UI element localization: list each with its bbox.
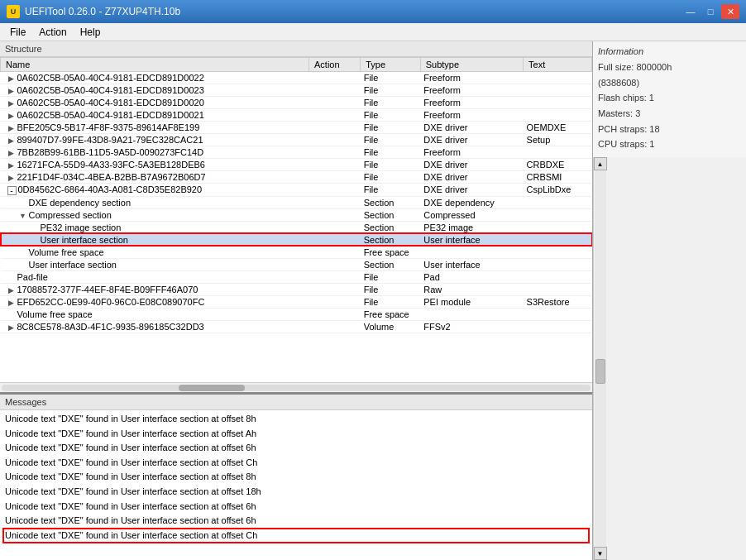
cell-type: Section — [361, 258, 421, 270]
scrollbar-thumb[interactable] — [595, 359, 605, 384]
tree-arrow-icon: ▶ — [7, 112, 16, 120]
scroll-down-button[interactable]: ▼ — [594, 547, 607, 560]
tree-arrow-icon: ▶ — [7, 323, 16, 332]
cell-action — [309, 196, 361, 208]
cell-text: S3Restore — [524, 295, 592, 308]
menu-action[interactable]: Action — [32, 25, 73, 40]
cell-name: User interface section — [1, 258, 309, 270]
cell-text: CspLibDxe — [524, 184, 592, 197]
table-row[interactable]: ▶899407D7-99FE-43D8-9A21-79EC328CAC21Fil… — [1, 134, 592, 146]
cell-text — [524, 97, 592, 109]
table-row[interactable]: ▶0A602C5B-05A0-40C4-9181-EDCD891D0022Fil… — [1, 72, 592, 84]
tree-table[interactable]: Name Action Type Subtype Text ▶0A602C5B-… — [0, 57, 592, 382]
cell-type: File — [361, 171, 421, 184]
table-row[interactable]: DXE dependency sectionSectionDXE depende… — [1, 196, 592, 208]
cell-subtype: Freeform — [420, 97, 523, 109]
table-row[interactable]: ▶0A602C5B-05A0-40C4-9181-EDCD891D0023Fil… — [1, 84, 592, 97]
table-row[interactable]: -0D84562C-6864-40A3-A081-C8D35E82B920Fil… — [1, 184, 592, 197]
cell-subtype: DXE driver — [420, 134, 523, 146]
row-name-text: 17088572-377F-44EF-8F4E-B09FFF46A070 — [17, 285, 198, 294]
cell-text — [524, 84, 592, 97]
window-controls[interactable]: — □ ✕ — [681, 4, 739, 19]
tree-arrow-icon: ▶ — [7, 99, 16, 108]
cell-name: PE32 image section — [1, 221, 309, 233]
cell-type: File — [361, 134, 421, 146]
menu-bar: File Action Help — [0, 23, 746, 41]
message-line[interactable]: Unicode text "DXE" found in User interfa… — [3, 500, 589, 515]
table-row[interactable]: ▼Compressed sectionSectionCompressed — [1, 208, 592, 221]
tree-arrow-icon: ▶ — [7, 124, 16, 132]
cell-type: File — [361, 72, 421, 84]
cell-subtype: DXE driver — [420, 171, 523, 184]
table-row[interactable]: ▶7BB28B99-61BB-11D5-9A5D-0090273FC14DFil… — [1, 146, 592, 159]
col-action: Action — [309, 58, 361, 72]
cell-name: DXE dependency section — [1, 196, 309, 208]
cell-subtype: DXE driver — [420, 184, 523, 197]
info-line: (8388608) — [598, 75, 741, 91]
expand-icon[interactable]: - — [7, 186, 17, 195]
message-line[interactable]: Unicode text "DXE" found in User interfa… — [3, 514, 589, 529]
cell-action — [309, 258, 361, 270]
cell-action — [309, 159, 361, 171]
message-line[interactable]: Unicode text "DXE" found in User interfa… — [3, 427, 589, 442]
cell-text — [524, 109, 592, 122]
message-line[interactable]: Unicode text "DXE" found in User interfa… — [3, 470, 589, 485]
minimize-button[interactable]: — — [681, 4, 700, 19]
maximize-button[interactable]: □ — [701, 4, 720, 19]
messages-content[interactable]: Unicode text "DXE" found in User interfa… — [0, 410, 592, 560]
close-button[interactable]: ✕ — [721, 4, 739, 19]
message-line[interactable]: Unicode text "DXE" found in User interfa… — [3, 456, 589, 471]
table-row[interactable]: User interface sectionSectionUser interf… — [1, 233, 592, 246]
menu-file[interactable]: File — [3, 25, 32, 40]
table-row[interactable]: ▶BFE205C9-5B17-4F8F-9375-89614AF8E199Fil… — [1, 122, 592, 134]
row-name-text: User interface section — [29, 260, 117, 270]
info-content: Full size: 800000h(8388608)Flash chips: … — [598, 60, 741, 152]
message-line[interactable]: Unicode text "DXE" found in User interfa… — [3, 412, 589, 427]
cell-action — [309, 283, 361, 295]
table-row[interactable]: ▶16271FCA-55D9-4A33-93FC-5A3EB128DEB6Fil… — [1, 159, 592, 171]
tree-arrow-icon: ▶ — [7, 136, 16, 145]
information-panel: Information Full size: 800000h(8388608)F… — [593, 41, 746, 157]
table-row[interactable]: ▶8C8CE578-8A3D-4F1C-9935-896185C32DD3Vol… — [1, 320, 592, 333]
cell-action — [309, 308, 361, 320]
table-row[interactable]: ▶0A602C5B-05A0-40C4-9181-EDCD891D0020Fil… — [1, 97, 592, 109]
cell-subtype: User interface — [420, 233, 523, 246]
cell-type: Free space — [361, 308, 421, 320]
table-row[interactable]: Volume free spaceFree space — [1, 308, 592, 320]
cell-text — [524, 233, 592, 246]
message-line[interactable]: Unicode text "DXE" found in User interfa… — [3, 485, 589, 500]
menu-help[interactable]: Help — [74, 25, 108, 40]
row-name-text: 0A602C5B-05A0-40C4-9181-EDCD891D0020 — [17, 98, 204, 108]
table-row[interactable]: Pad-fileFilePad — [1, 270, 592, 283]
title-bar-left: U UEFITool 0.26.0 - Z77XUP4TH.10b — [7, 5, 180, 18]
cell-action — [309, 270, 361, 283]
table-row[interactable]: User interface sectionSectionUser interf… — [1, 258, 592, 270]
cell-text — [524, 146, 592, 159]
table-row[interactable]: ▶0A602C5B-05A0-40C4-9181-EDCD891D0021Fil… — [1, 109, 592, 122]
cell-subtype: DXE driver — [420, 159, 523, 171]
row-name-text: 0A602C5B-05A0-40C4-9181-EDCD891D0022 — [17, 73, 204, 83]
horizontal-scrollbar[interactable] — [0, 382, 592, 392]
row-name-text: Compressed section — [29, 210, 112, 220]
messages-header: Messages — [0, 395, 592, 410]
message-line[interactable]: Unicode text "DXE" found in User interfa… — [3, 441, 589, 456]
table-row[interactable]: ▶EFD652CC-0E99-40F0-96C0-E08C089070FCFil… — [1, 295, 592, 308]
table-row[interactable]: ▶17088572-377F-44EF-8F4E-B09FFF46A070Fil… — [1, 283, 592, 295]
scroll-thumb[interactable] — [179, 385, 245, 391]
row-name-text: PE32 image section — [41, 223, 122, 232]
info-header: Information — [598, 46, 741, 56]
cell-text — [524, 283, 592, 295]
cell-text — [524, 308, 592, 320]
vertical-scrollbar[interactable]: ▲ ▼ — [593, 157, 606, 560]
scroll-track[interactable] — [2, 385, 591, 391]
cell-action — [309, 72, 361, 84]
table-row[interactable]: PE32 image sectionSectionPE32 image — [1, 221, 592, 233]
cell-text — [524, 221, 592, 233]
right-scrollbar-area: ▲ ▼ — [593, 157, 746, 560]
table-row[interactable]: Volume free spaceFree space — [1, 246, 592, 258]
scroll-up-button[interactable]: ▲ — [594, 157, 607, 170]
message-line[interactable]: Unicode text "DXE" found in User interfa… — [3, 529, 589, 543]
table-row[interactable]: ▶221F1D4F-034C-4BEA-B2BB-B7A9672B06D7Fil… — [1, 171, 592, 184]
tree-arrow-icon: ▶ — [7, 174, 16, 182]
window-title: UEFITool 0.26.0 - Z77XUP4TH.10b — [25, 6, 180, 17]
